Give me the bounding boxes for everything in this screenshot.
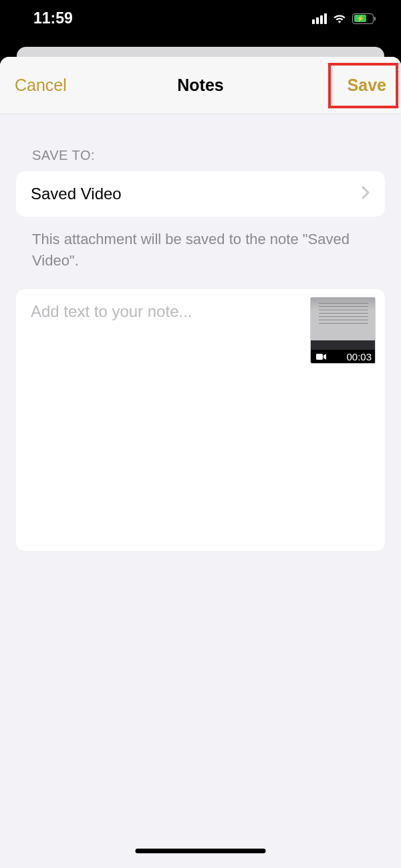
cellular-signal-icon bbox=[312, 13, 327, 24]
save-to-label: SAVE TO: bbox=[32, 148, 385, 163]
svg-rect-0 bbox=[316, 354, 323, 360]
status-indicators: ⚡ bbox=[312, 13, 376, 24]
navigation-bar: Cancel Notes Save bbox=[0, 57, 401, 114]
home-indicator[interactable] bbox=[136, 849, 266, 853]
chevron-right-icon bbox=[362, 186, 370, 202]
video-thumbnail-preview bbox=[311, 298, 375, 340]
video-info-bar: 00:03 bbox=[311, 350, 375, 364]
page-title: Notes bbox=[177, 76, 223, 95]
content-area: SAVE TO: Saved Video This attachment wil… bbox=[0, 114, 401, 551]
save-button[interactable]: Save bbox=[348, 76, 386, 95]
modal-sheet: Cancel Notes Save SAVE TO: Saved Video T… bbox=[0, 57, 401, 868]
destination-note-name: Saved Video bbox=[31, 185, 122, 203]
video-thumbnail-divider bbox=[311, 340, 375, 350]
video-attachment-thumbnail[interactable]: 00:03 bbox=[310, 297, 376, 364]
video-duration: 00:03 bbox=[346, 351, 372, 362]
destination-note-row[interactable]: Saved Video bbox=[16, 171, 385, 217]
battery-icon: ⚡ bbox=[352, 13, 376, 24]
note-compose-card[interactable]: Add text to your note... 00:03 bbox=[16, 289, 385, 551]
status-time: 11:59 bbox=[33, 9, 73, 27]
video-camera-icon bbox=[316, 353, 327, 360]
status-bar: 11:59 ⚡ bbox=[0, 0, 401, 37]
cancel-button[interactable]: Cancel bbox=[15, 76, 67, 95]
wifi-icon bbox=[332, 13, 347, 24]
save-explanation-text: This attachment will be saved to the not… bbox=[32, 229, 369, 272]
